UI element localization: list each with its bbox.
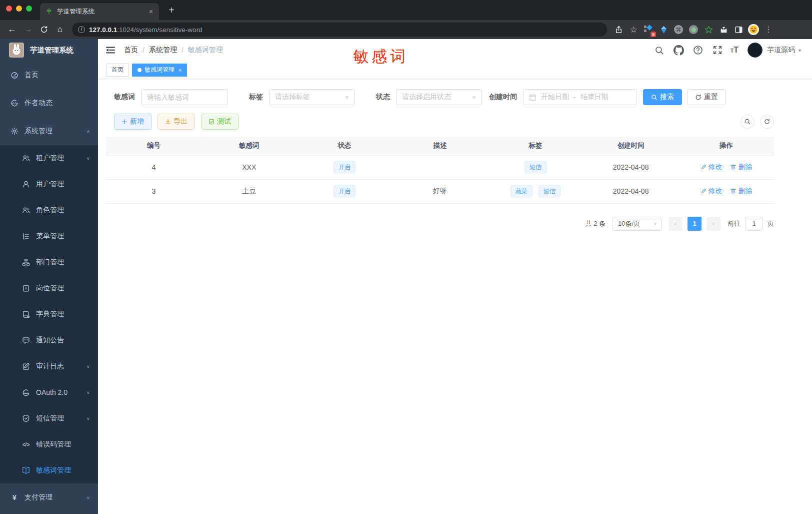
extension-record-icon[interactable] xyxy=(687,23,700,36)
select-arrow-icon: ∨ xyxy=(654,221,657,226)
goto-page-input[interactable] xyxy=(746,217,762,231)
close-window-button[interactable] xyxy=(6,6,12,12)
browser-tab[interactable]: 芋道管理系统 × xyxy=(40,3,159,20)
prev-page-button[interactable]: ‹ xyxy=(668,217,682,231)
next-page-button[interactable]: › xyxy=(706,217,720,231)
breadcrumb-system[interactable]: 系统管理 xyxy=(149,46,177,55)
sidebar-item-sensitive-word[interactable]: 敏感词管理 xyxy=(0,457,98,483)
url-text: 127.0.0.1:1024/system/sensitive-word xyxy=(89,26,202,34)
tag-select[interactable]: 请选择标签 ∨ xyxy=(269,89,355,105)
sidebar-item-dict[interactable]: 字典管理 xyxy=(0,301,98,327)
sidebar-item-audit-log[interactable]: 审计日志 ∨ xyxy=(0,353,98,379)
tab-sensitive-word[interactable]: 敏感词管理 × xyxy=(132,64,187,77)
forward-button[interactable]: → xyxy=(21,23,35,37)
extension-command-icon[interactable]: ⌘ xyxy=(672,23,685,36)
status-badge: 开启 xyxy=(334,161,356,173)
add-button[interactable]: 新增 xyxy=(114,114,152,130)
caret-down-icon[interactable]: ▾ xyxy=(798,48,801,53)
calendar-icon xyxy=(529,94,536,101)
test-button[interactable]: 测试 xyxy=(201,114,238,130)
cell-created: 2022-04-08 xyxy=(583,179,678,203)
header-search-icon[interactable] xyxy=(652,44,666,57)
toggle-search-button[interactable] xyxy=(740,115,754,129)
table-utility-buttons xyxy=(740,115,774,129)
browser-tab-title: 芋道管理系统 xyxy=(57,8,148,16)
date-range-picker[interactable]: 开始日期 - 结束日期 xyxy=(523,89,637,105)
new-tab-button[interactable]: + xyxy=(165,4,178,17)
dictionary-icon xyxy=(22,310,30,318)
user-avatar[interactable] xyxy=(748,43,762,58)
site-info-icon[interactable]: i xyxy=(78,26,85,33)
maximize-window-button[interactable] xyxy=(26,6,32,12)
tab-close-icon[interactable]: × xyxy=(178,67,182,73)
extension-green-star-icon[interactable] xyxy=(702,23,715,36)
sidebar-item-author-news[interactable]: 作者动态 xyxy=(0,89,98,117)
table-header-row: 编号 敏感词 状态 描述 标签 创建时间 操作 xyxy=(106,137,774,155)
col-description: 描述 xyxy=(392,137,488,155)
extensions-puzzle-icon[interactable] xyxy=(717,23,730,36)
document-check-icon xyxy=(208,119,214,125)
reset-button[interactable]: 重置 xyxy=(687,89,726,105)
page-tabs-bar: 首页 敏感词管理 × xyxy=(98,61,812,79)
sidebar-item-errcode[interactable]: </> 错误码管理 xyxy=(0,431,98,457)
pagination: 共 2 条 10条/页 ∨ ‹ 1 › 前往 页 xyxy=(106,217,774,231)
export-button[interactable]: 导出 xyxy=(158,114,195,130)
sidebar-item-post[interactable]: 岗位管理 xyxy=(0,275,98,301)
delete-link[interactable]: 删除 xyxy=(730,187,752,196)
page-number-1[interactable]: 1 xyxy=(688,217,702,231)
side-panel-icon[interactable] xyxy=(732,23,745,36)
sidebar-item-payment[interactable]: ¥ 支付管理 ∨ xyxy=(0,483,98,511)
sidebar-item-user[interactable]: 用户管理 xyxy=(0,171,98,197)
address-bar[interactable]: i 127.0.0.1:1024/system/sensitive-word xyxy=(72,23,607,37)
sidebar-menu: 首页 作者动态 系统管理 ∧ 租户管理 ∨ xyxy=(0,61,98,514)
browser-tab-strip: 芋道管理系统 × + xyxy=(0,0,812,20)
sidebar-item-department[interactable]: 部门管理 xyxy=(0,249,98,275)
trash-icon xyxy=(730,188,736,194)
reload-button[interactable] xyxy=(37,23,51,37)
status-label: 状态 xyxy=(376,93,390,102)
extension-badge-icon[interactable]: 9 xyxy=(642,23,655,36)
sidebar-item-system[interactable]: 系统管理 ∧ xyxy=(0,117,98,145)
sidebar-logo[interactable]: 芋道管理系统 xyxy=(0,39,98,61)
home-button[interactable]: ⌂ xyxy=(53,23,67,37)
roles-icon xyxy=(22,206,30,214)
header-username[interactable]: 芋道源码 xyxy=(767,46,795,55)
minimize-window-button[interactable] xyxy=(16,6,22,12)
chevron-up-icon: ∧ xyxy=(86,129,90,134)
sidebar-item-tenant[interactable]: 租户管理 ∨ xyxy=(0,145,98,171)
page-size-select[interactable]: 10条/页 ∨ xyxy=(612,217,662,231)
tab-home[interactable]: 首页 xyxy=(106,64,129,77)
sidebar-item-menu-mgmt[interactable]: 菜单管理 xyxy=(0,223,98,249)
font-size-icon[interactable]: TT xyxy=(730,46,738,55)
tab-close-icon[interactable]: × xyxy=(148,8,154,16)
search-button[interactable]: 搜索 xyxy=(643,89,682,105)
refresh-table-button[interactable] xyxy=(760,115,774,129)
pencil-icon xyxy=(700,164,707,170)
profile-avatar-icon[interactable] xyxy=(747,23,760,36)
fullscreen-icon[interactable] xyxy=(711,44,724,57)
sidebar-item-role[interactable]: 角色管理 xyxy=(0,197,98,223)
delete-link[interactable]: 删除 xyxy=(730,163,752,172)
sidebar-collapse-icon[interactable] xyxy=(105,45,116,56)
keyword-input[interactable] xyxy=(147,93,222,101)
gear-icon xyxy=(10,127,18,135)
extension-kite-icon[interactable] xyxy=(657,23,670,36)
tag-chip: 蔬菜 xyxy=(510,185,532,197)
sidebar-item-sms[interactable]: 短信管理 ∨ xyxy=(0,405,98,431)
github-icon[interactable] xyxy=(672,44,685,57)
keyword-field[interactable] xyxy=(141,89,228,105)
sidebar-item-oauth[interactable]: OAuth 2.0 ∨ xyxy=(0,379,98,405)
back-button[interactable]: ← xyxy=(5,23,19,37)
sidebar-item-home[interactable]: 首页 xyxy=(0,61,98,89)
edit-link[interactable]: 修改 xyxy=(700,187,722,196)
url-host: 127.0.0.1 xyxy=(89,26,117,34)
breadcrumb-home[interactable]: 首页 xyxy=(124,46,138,55)
share-icon[interactable] xyxy=(612,23,625,36)
help-icon[interactable] xyxy=(692,44,704,57)
sidebar-item-notice[interactable]: 通知公告 xyxy=(0,327,98,353)
edit-link[interactable]: 修改 xyxy=(700,163,722,172)
browser-menu-icon[interactable]: ⋮ xyxy=(762,23,775,36)
search-icon xyxy=(651,94,658,101)
bookmark-star-icon[interactable]: ☆ xyxy=(627,23,640,36)
status-select[interactable]: 请选择启用状态 ∨ xyxy=(396,89,482,105)
